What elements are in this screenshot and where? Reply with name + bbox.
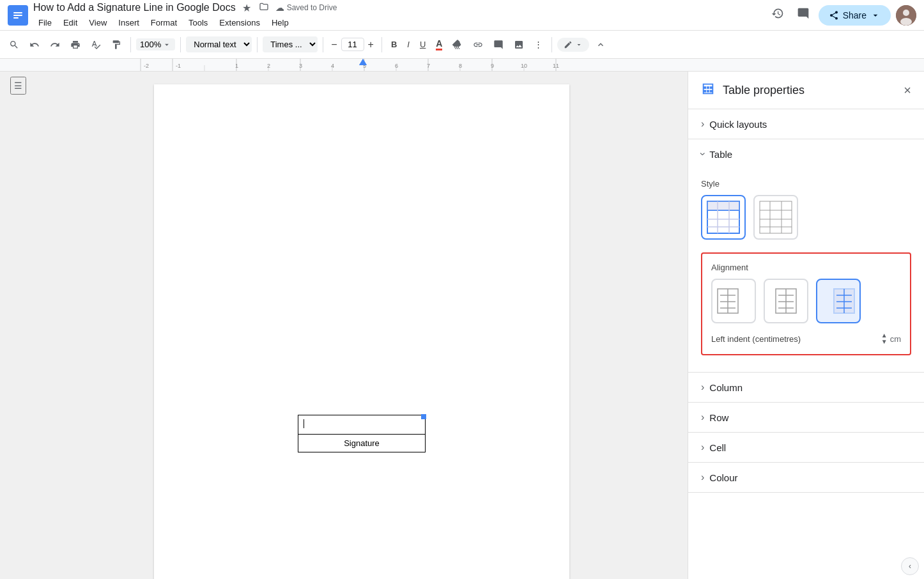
history-button[interactable] [767, 3, 788, 27]
indent-unit: cm [890, 334, 901, 344]
table-chevron: › [697, 152, 709, 155]
colour-section-header[interactable]: › Colour [688, 463, 924, 492]
italic-button[interactable]: I [403, 37, 413, 52]
svg-point-2 [900, 18, 912, 26]
menu-edit[interactable]: Edit [58, 15, 82, 30]
signature-input-cell[interactable] [298, 415, 426, 435]
undo-button[interactable] [26, 37, 43, 52]
user-avatar[interactable] [896, 5, 916, 26]
style-label: Style [701, 179, 911, 189]
table-row[interactable]: Signature [298, 435, 426, 452]
divider-5 [381, 37, 382, 52]
cell-section-header[interactable]: › Cell [688, 433, 924, 462]
alignment-options [711, 279, 901, 323]
font-size-increase[interactable]: + [366, 38, 376, 52]
svg-text:-1: -1 [176, 63, 181, 69]
main-area: ☰ Signature [0, 72, 924, 579]
indent-arrows[interactable]: ▲ ▼ [881, 332, 888, 345]
star-button[interactable]: ★ [241, 1, 252, 15]
style-option-1[interactable] [701, 195, 746, 240]
signature-label-cell: Signature [298, 435, 426, 452]
zoom-control[interactable]: 100% [136, 38, 175, 50]
panel-title: Table properties [723, 84, 896, 97]
signature-table[interactable]: Signature [298, 415, 426, 452]
search-button[interactable] [5, 37, 23, 52]
align-left-option[interactable] [711, 279, 756, 323]
comment-button[interactable] [489, 37, 507, 52]
menu-help[interactable]: Help [266, 15, 294, 30]
quick-layouts-header[interactable]: › Quick layouts [688, 109, 924, 139]
svg-text:1: 1 [235, 63, 238, 69]
text-color-button[interactable]: A [432, 36, 446, 53]
quick-layouts-section: › Quick layouts [688, 109, 924, 139]
font-size-decrease[interactable]: − [328, 38, 339, 52]
style-option-2[interactable] [753, 195, 798, 240]
collapse-panel-button[interactable]: ‹ [901, 557, 919, 575]
title-bar-right: Table properties Share [767, 3, 916, 27]
title-bar: How to Add a Signature Line in Google Do… [0, 0, 924, 31]
svg-text:6: 6 [395, 63, 398, 69]
align-center-option[interactable] [764, 279, 808, 323]
table-resize-handle[interactable] [421, 414, 426, 419]
svg-text:11: 11 [553, 63, 559, 69]
google-docs-icon [8, 5, 28, 26]
colour-section-label: Colour [709, 472, 737, 483]
cloud-icon: ☁ [275, 3, 284, 13]
cell-chevron: › [701, 442, 704, 453]
menu-view[interactable]: View [84, 15, 112, 30]
divider-3 [257, 37, 258, 52]
svg-text:10: 10 [521, 63, 527, 69]
expand-toolbar-button[interactable] [592, 37, 610, 52]
print-button[interactable] [66, 37, 84, 52]
text-style-select[interactable]: Normal text [186, 36, 252, 52]
share-button[interactable]: Table properties Share [819, 5, 891, 26]
document-list-button[interactable]: ☰ [10, 77, 26, 95]
document-page[interactable]: Signature [154, 84, 569, 579]
svg-text:8: 8 [459, 63, 462, 69]
spelling-button[interactable] [87, 37, 105, 52]
table-row[interactable] [298, 415, 426, 435]
comments-button[interactable] [793, 3, 813, 27]
menu-tools[interactable]: Tools [183, 15, 213, 30]
table-section-label: Table [709, 149, 732, 160]
table-section-content: Style [688, 169, 924, 372]
colour-section: › Colour [688, 463, 924, 493]
underline-button[interactable]: U [416, 37, 429, 52]
table-properties-icon [701, 82, 715, 98]
align-right-option[interactable] [816, 279, 861, 323]
svg-text:3: 3 [299, 63, 302, 69]
column-section: › Column [688, 373, 924, 403]
paint-format-button[interactable] [107, 37, 125, 52]
editing-mode-selector[interactable] [557, 38, 589, 52]
signature-table-wrapper[interactable]: Signature [298, 415, 426, 455]
menu-insert[interactable]: Insert [113, 15, 144, 30]
ruler-svg: -2 -1 1 2 3 4 5 6 7 8 9 10 11 [0, 59, 924, 71]
alignment-label: Alignment [711, 263, 901, 272]
bold-button[interactable]: B [387, 37, 401, 52]
folder-button[interactable] [258, 0, 270, 15]
more-options-button[interactable]: ⋮ [530, 37, 546, 52]
menu-extensions[interactable]: Extensions [214, 15, 265, 30]
panel-close-button[interactable]: × [904, 83, 911, 98]
document-title-row: How to Add a Signature Line in Google Do… [33, 0, 762, 15]
document-area[interactable]: Signature [36, 72, 688, 579]
highlight-button[interactable] [449, 37, 466, 52]
column-chevron: › [701, 382, 704, 393]
column-section-header[interactable]: › Column [688, 373, 924, 402]
quick-layouts-chevron: › [701, 118, 704, 130]
menu-format[interactable]: Format [146, 15, 182, 30]
image-button[interactable] [510, 37, 528, 52]
row-section-header[interactable]: › Row [688, 403, 924, 432]
redo-button[interactable] [46, 37, 64, 52]
menu-file[interactable]: File [33, 15, 57, 30]
indent-input-group: ▲ ▼ cm [881, 332, 901, 345]
font-family-select[interactable]: Times ... [263, 36, 318, 52]
table-section-header[interactable]: › Table [688, 139, 924, 169]
svg-point-1 [903, 10, 909, 16]
font-size-input[interactable] [341, 38, 364, 51]
indent-decrease-arrow[interactable]: ▼ [881, 339, 888, 345]
link-button[interactable] [469, 37, 487, 52]
menu-bar: File Edit View Insert Format Tools Exten… [33, 15, 762, 30]
svg-marker-31 [359, 59, 367, 65]
indent-row: Left indent (centimetres) ▲ ▼ cm [711, 332, 901, 345]
